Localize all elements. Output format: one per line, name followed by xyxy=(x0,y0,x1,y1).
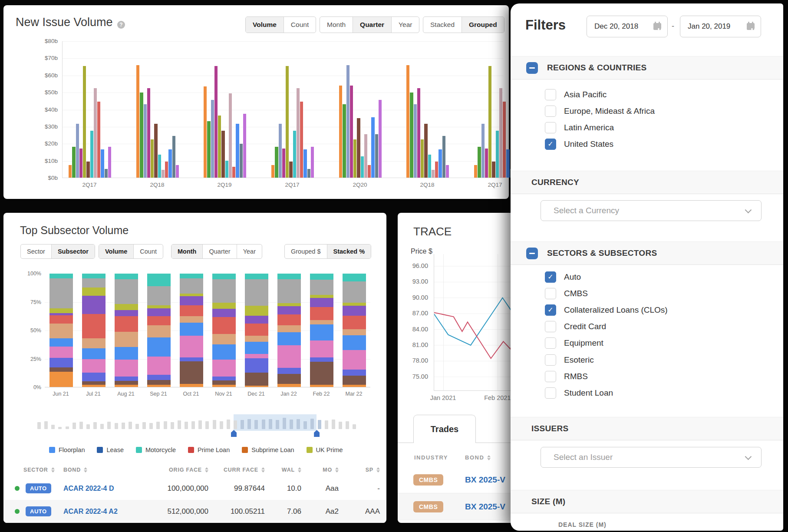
bar-series-10[interactable] xyxy=(307,169,310,178)
bar-series-3[interactable] xyxy=(214,66,218,178)
bar-series-0[interactable] xyxy=(406,65,409,178)
stacked-bar-aug-21[interactable] xyxy=(115,274,138,387)
toggle-option-grouped[interactable]: Grouped $ xyxy=(285,245,327,258)
bar-series-9[interactable] xyxy=(236,124,239,178)
toggle-option-volume[interactable]: Volume xyxy=(246,17,284,33)
bar-series-6[interactable] xyxy=(225,161,228,178)
bar-series-2[interactable] xyxy=(481,124,485,178)
bar-series-2[interactable] xyxy=(346,65,349,178)
bar-series-6[interactable] xyxy=(90,131,93,178)
bar-series-7[interactable] xyxy=(94,88,97,178)
bar-series-3[interactable] xyxy=(350,86,353,178)
help-icon[interactable]: ? xyxy=(117,21,125,29)
table-row[interactable]: AUTOACAR 2022-4 A2512,000,000100.052117.… xyxy=(3,500,385,523)
sort-icon[interactable] xyxy=(376,467,380,473)
bar-series-8[interactable] xyxy=(165,162,168,178)
bar-series-3[interactable] xyxy=(79,149,82,178)
bar-series-7[interactable] xyxy=(432,170,435,178)
bar-series-4[interactable] xyxy=(286,66,289,178)
sort-icon[interactable] xyxy=(487,455,491,460)
filter-option-equipment[interactable]: Equipment xyxy=(545,337,603,349)
toggle-option-year[interactable]: Year xyxy=(391,17,419,33)
bar-series-5[interactable] xyxy=(221,131,224,178)
column-header-orig-face[interactable]: ORIG FACE xyxy=(148,467,214,473)
brush-handle-right[interactable] xyxy=(314,430,320,437)
stacked-bar-jul-21[interactable] xyxy=(82,274,106,387)
sort-icon[interactable] xyxy=(298,467,301,473)
stacked-bar-jun-21[interactable] xyxy=(49,274,73,387)
bar-series-3[interactable] xyxy=(282,149,285,178)
stacked-bar-dec-21[interactable] xyxy=(245,274,268,387)
bar-series-1[interactable] xyxy=(275,147,278,178)
bar-series-6[interactable] xyxy=(496,131,499,178)
bar-series-7[interactable] xyxy=(364,134,367,178)
bond-link[interactable]: ACAR 2022-4 A2 xyxy=(63,508,148,515)
checkbox-checked-icon[interactable]: ✓ xyxy=(545,139,556,150)
bar-series-8[interactable] xyxy=(232,167,235,178)
bar-series-11[interactable] xyxy=(379,100,382,178)
toggle-option-year[interactable]: Year xyxy=(237,245,262,258)
column-header-wal[interactable]: WAL xyxy=(270,467,307,473)
toggle-option-stacked[interactable]: Stacked % xyxy=(327,245,371,258)
table-row[interactable]: AUTOACAR 2022-4 D100,000,00099.8764410.0… xyxy=(3,477,385,500)
bar-series-2[interactable] xyxy=(279,124,282,178)
bond-link[interactable]: BX 2025-V xyxy=(465,502,505,512)
bar-series-2[interactable] xyxy=(144,104,147,178)
column-header-sector[interactable]: SECTOR xyxy=(3,467,63,473)
column-header-industry[interactable]: INDUSTRY xyxy=(414,454,448,461)
bar-series-11[interactable] xyxy=(311,147,314,178)
bar-series-10[interactable] xyxy=(375,134,378,178)
filter-option-esoteric[interactable]: Esoteric xyxy=(545,354,594,366)
sort-icon[interactable] xyxy=(51,467,55,473)
bar-series-8[interactable] xyxy=(435,162,438,178)
filter-option-cmbs[interactable]: CMBS xyxy=(545,287,588,299)
toggle-option-grouped[interactable]: Grouped xyxy=(462,17,504,33)
checkbox-unchecked-icon[interactable] xyxy=(545,321,556,332)
bar-series-8[interactable] xyxy=(300,102,303,178)
bar-series-1[interactable] xyxy=(140,93,143,178)
bar-series-6[interactable] xyxy=(361,156,364,178)
bar-series-2[interactable] xyxy=(76,124,79,178)
bar-series-1[interactable] xyxy=(410,93,413,178)
bar-series-11[interactable] xyxy=(108,147,111,178)
bar-series-5[interactable] xyxy=(154,124,157,178)
bar-series-1[interactable] xyxy=(207,121,210,178)
bar-series-9[interactable] xyxy=(303,149,307,178)
issuer-select[interactable]: Select an Issuer xyxy=(541,447,762,468)
bar-series-3[interactable] xyxy=(417,88,420,178)
bar-series-1[interactable] xyxy=(343,104,346,178)
bar-series-7[interactable] xyxy=(162,170,165,178)
grouped-stacked-pct-toggle[interactable]: Grouped $Stacked % xyxy=(284,244,371,259)
bar-series-3[interactable] xyxy=(485,149,488,178)
brush-minichart[interactable] xyxy=(37,416,356,429)
stacked-bar-feb-22[interactable] xyxy=(310,274,333,387)
checkbox-unchecked-icon[interactable] xyxy=(545,354,556,366)
sort-icon[interactable] xyxy=(84,467,87,473)
toggle-option-subsector[interactable]: Subsector xyxy=(51,245,95,258)
column-header-sp[interactable]: SP xyxy=(344,467,385,473)
bar-series-6[interactable] xyxy=(158,155,161,178)
bar-series-5[interactable] xyxy=(289,162,292,178)
checkbox-unchecked-icon[interactable] xyxy=(545,371,556,382)
checkbox-checked-icon[interactable]: ✓ xyxy=(545,271,556,283)
bar-series-0[interactable] xyxy=(136,65,139,178)
bond-link[interactable]: ACAR 2022-4 D xyxy=(63,485,148,492)
stacked-grouped-toggle[interactable]: StackedGrouped xyxy=(423,17,504,33)
stacked-bar-oct-21[interactable] xyxy=(180,274,203,387)
toggle-option-volume[interactable]: Volume xyxy=(99,245,133,258)
bar-series-10[interactable] xyxy=(442,136,445,178)
stacked-bar-sep-21[interactable] xyxy=(147,274,171,387)
filter-option-europe-mideast-africa[interactable]: Europe, Mideast & Africa xyxy=(545,105,655,117)
sub-month-quarter-year-toggle[interactable]: MonthQuarterYear xyxy=(171,244,262,259)
column-header-bond[interactable]: BOND xyxy=(465,454,491,461)
toggle-option-sector[interactable]: Sector xyxy=(21,245,51,258)
filter-option-credit-card[interactable]: Credit Card xyxy=(545,321,606,333)
filter-option-auto[interactable]: ✓Auto xyxy=(545,271,581,283)
toggle-option-quarter[interactable]: Quarter xyxy=(353,17,391,33)
bar-series-4[interactable] xyxy=(218,116,221,178)
bar-series-10[interactable] xyxy=(240,144,243,178)
bar-series-6[interactable] xyxy=(428,155,431,178)
toggle-option-count[interactable]: Count xyxy=(284,17,316,33)
collapse-minus-icon[interactable] xyxy=(526,62,538,74)
bar-series-9[interactable] xyxy=(168,149,171,178)
